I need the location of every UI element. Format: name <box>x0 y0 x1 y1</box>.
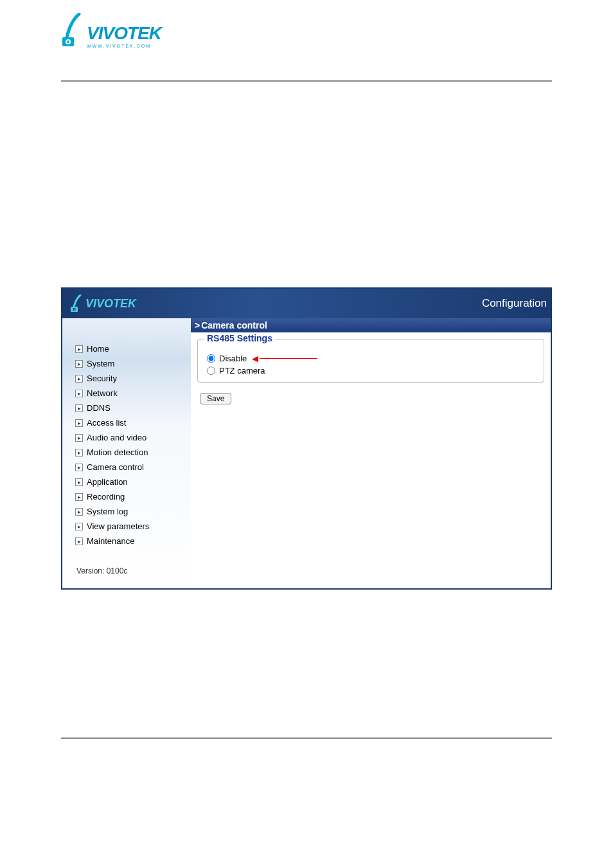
sidebar-item-system[interactable]: ▸ System <box>75 356 191 371</box>
radio-row-disable[interactable]: Disable ◀ <box>207 352 535 365</box>
sidebar-item-label: Motion detection <box>87 448 148 457</box>
sidebar-item-label: Audio and video <box>87 433 147 442</box>
divider-bottom <box>61 737 552 739</box>
sidebar-item-camera-control[interactable]: ▸ Camera control <box>75 460 191 475</box>
app-brand-name: VIVOTEK <box>85 297 136 311</box>
sidebar-item-application[interactable]: ▸ Application <box>75 475 191 489</box>
brand-tagline: WWW.VIVOTEK.COM <box>87 44 161 48</box>
sidebar-item-label: Access list <box>87 418 126 428</box>
sidebar-item-label: Network <box>87 388 118 398</box>
logo-eye-icon <box>61 13 87 48</box>
version-label: Version: 0100c <box>75 548 191 587</box>
app-header: VIVOTEK Configuration <box>62 289 551 318</box>
page-header: VIVOTEK WWW.VIVOTEK.COM <box>0 0 613 48</box>
save-button[interactable]: Save <box>200 393 231 404</box>
config-title: Configuration <box>482 297 548 310</box>
arrow-right-icon: ▸ <box>75 434 83 442</box>
sidebar-item-ddns[interactable]: ▸ DDNS <box>75 401 191 415</box>
annotation-arrow-icon: ◀ <box>252 354 317 363</box>
app-logo-eye-icon <box>70 294 84 312</box>
app-window: VIVOTEK Configuration ▸ Home ▸ System ▸ … <box>61 287 552 590</box>
sidebar-item-label: Home <box>87 344 109 354</box>
fieldset-legend: RS485 Settings <box>204 333 275 343</box>
sidebar-item-access-list[interactable]: ▸ Access list <box>75 415 191 430</box>
brand-name: VIVOTEK <box>87 24 161 42</box>
arrow-right-icon: ▸ <box>75 478 83 486</box>
radio-ptz[interactable] <box>207 366 215 375</box>
arrow-right-icon: ▸ <box>75 375 83 383</box>
main-title-bar: >Camera control <box>191 318 551 332</box>
radio-disable-label: Disable <box>219 354 247 363</box>
sidebar-item-label: System log <box>87 507 128 516</box>
brand-logo: VIVOTEK WWW.VIVOTEK.COM <box>61 13 613 48</box>
sidebar-item-label: DDNS <box>87 403 111 413</box>
radio-row-ptz[interactable]: PTZ camera <box>207 365 535 377</box>
sidebar-item-label: Maintenance <box>87 536 134 546</box>
arrow-right-icon: ▸ <box>75 464 83 471</box>
app-logo: VIVOTEK <box>70 294 136 312</box>
arrow-right-icon: ▸ <box>75 419 83 427</box>
sidebar-item-maintenance[interactable]: ▸ Maintenance <box>75 534 191 548</box>
rs485-settings-fieldset: RS485 Settings Disable ◀ PTZ camera <box>197 339 544 383</box>
arrow-right-icon: ▸ <box>75 345 83 353</box>
sidebar-item-home[interactable]: ▸ Home <box>75 341 191 356</box>
sidebar-item-system-log[interactable]: ▸ System log <box>75 504 191 519</box>
sidebar: ▸ Home ▸ System ▸ Security ▸ Network ▸ D… <box>62 318 191 588</box>
sidebar-item-label: Application <box>87 477 128 487</box>
arrow-right-icon: ▸ <box>75 449 83 457</box>
svg-point-5 <box>74 309 75 310</box>
radio-disable[interactable] <box>207 354 215 363</box>
sidebar-item-label: Security <box>87 374 117 383</box>
divider-top <box>61 80 552 82</box>
sidebar-item-view-parameters[interactable]: ▸ View parameters <box>75 519 191 534</box>
chevron-right-icon: > <box>195 320 200 330</box>
sidebar-item-label: View parameters <box>87 521 149 531</box>
sidebar-item-label: System <box>87 359 114 368</box>
app-body: ▸ Home ▸ System ▸ Security ▸ Network ▸ D… <box>62 318 551 588</box>
sidebar-item-recording[interactable]: ▸ Recording <box>75 489 191 504</box>
main-panel: >Camera control RS485 Settings Disable ◀… <box>191 318 551 588</box>
arrow-right-icon: ▸ <box>75 493 83 501</box>
arrow-right-icon: ▸ <box>75 390 83 397</box>
sidebar-item-label: Camera control <box>87 462 144 472</box>
arrow-right-icon: ▸ <box>75 360 83 368</box>
arrow-right-icon: ▸ <box>75 404 83 412</box>
sidebar-item-network[interactable]: ▸ Network <box>75 386 191 401</box>
svg-point-2 <box>67 41 69 43</box>
sidebar-item-motion-detection[interactable]: ▸ Motion detection <box>75 445 191 460</box>
sidebar-item-label: Recording <box>87 492 125 502</box>
arrow-right-icon: ▸ <box>75 508 83 516</box>
arrow-right-icon: ▸ <box>75 538 83 545</box>
arrow-right-icon: ▸ <box>75 523 83 530</box>
sidebar-item-audio-video[interactable]: ▸ Audio and video <box>75 430 191 445</box>
main-title: Camera control <box>201 320 267 330</box>
radio-ptz-label: PTZ camera <box>219 366 265 375</box>
sidebar-item-security[interactable]: ▸ Security <box>75 371 191 386</box>
